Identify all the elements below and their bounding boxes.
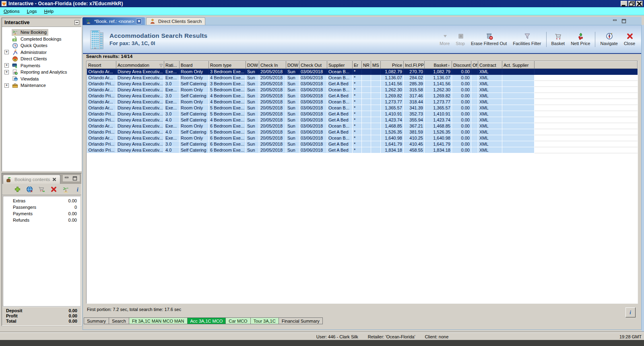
column-header[interactable]: Room type [209,62,246,69]
toolbar-button[interactable]: Basket [550,32,566,46]
toolbar-button[interactable]: Nett Price [570,32,591,46]
column-header[interactable]: Contract [478,62,502,69]
bottom-tab[interactable]: Summary [84,317,109,324]
building-icon [89,29,105,50]
booking-toolbar-button[interactable] [14,186,21,193]
toolbar-button-label: Stop [456,41,465,46]
tree-item[interactable]: + Administrator [2,49,81,56]
column-header[interactable]: Er [353,62,362,69]
expand-plus-icon[interactable]: + [4,70,9,74]
collapse-panel-button[interactable] [74,20,80,25]
tree-item[interactable]: + Maintenance [2,82,81,89]
tree-item[interactable]: + Quick Quotes [2,42,81,49]
bottom-tab[interactable]: Tour 3A,1C [250,317,279,324]
workspace-tab[interactable]: *Book. ref.: <none> [83,17,145,25]
window-button[interactable] [636,1,643,6]
table-row[interactable]: Orlando Pri... Disney Area Executiv... 4… [87,147,638,153]
tree-item[interactable]: + Direct Clients [2,56,81,62]
column-header[interactable]: MS [371,62,381,69]
menu-item[interactable]: Options [0,8,23,14]
table-row[interactable]: Orlando Ar... Disney Area Executiv... Ex… [87,99,638,105]
panel-control-button[interactable] [613,19,618,23]
tree-item[interactable]: + Reporting and Analytics [2,69,81,76]
booking-toolbar-button[interactable] [62,186,69,193]
table-row[interactable]: Orlando Pri... Disney Area Executiv... 3… [87,141,638,147]
expand-plus-icon[interactable]: + [4,63,9,68]
tree-item[interactable]: + $ Payments [2,62,81,69]
booking-toolbar-button[interactable] [26,186,33,193]
table-row[interactable]: Orlando Ar... Disney Area Executiv... Ex… [87,75,638,81]
palm-tree-icon [86,18,92,24]
booking-toolbar-button[interactable]: i [74,186,81,193]
bottom-tab[interactable]: Financial Summary [279,317,323,324]
toolbar-button[interactable]: Stop [454,32,466,46]
column-header[interactable]: NR [362,62,371,69]
column-header[interactable]: Act. Supplier [502,62,535,69]
booking-summary-row[interactable]: Extras 0.00 [3,198,80,204]
bottom-tab[interactable]: Car MCO [225,317,250,324]
booking-tab-close-button[interactable] [52,177,57,182]
workspace-tab[interactable]: Direct Clients Search [146,17,205,25]
booking-totals: Deposit 0.00 Profit 0.00 Total 0.00 [3,306,80,325]
column-header[interactable]: Rati... [164,62,180,69]
bottom-tab[interactable]: Flt 3A,1C MAN MCO MAN [129,317,188,324]
table-row[interactable]: Orlando Ar... Disney Area Executiv... Ex… [87,123,638,129]
booking-summary-row[interactable]: Passengers 0 [3,204,80,210]
panel-control-button[interactable] [64,176,70,181]
table-row[interactable]: Orlando Ar... Disney Area Executiv... Ex… [87,105,638,111]
table-row[interactable]: Orlando Ar... Disney Area Executiv... Ex… [87,87,638,93]
column-header[interactable]: Check Out [299,62,327,69]
column-header[interactable]: Check In [259,62,286,69]
tree-item[interactable]: + Completed Bookings [2,36,81,43]
booking-toolbar-button[interactable] [50,186,57,193]
menu-item[interactable]: Logs [23,8,41,14]
toolbar-button[interactable]: Erase Filtered Out [470,32,508,46]
column-header[interactable]: Of [471,62,478,69]
booking-toolbar-button[interactable] [38,186,45,193]
panel-control-button[interactable] [72,176,78,181]
column-header[interactable]: Incl.Fl.PP [404,62,425,69]
table-row[interactable]: Orlando Ar... Disney Area Executiv... Ex… [87,135,638,141]
window-button[interactable] [628,1,635,6]
booking-summary-row[interactable]: Payments 0.00 [3,210,80,217]
column-header[interactable]: Price [381,62,404,69]
tab-close-button[interactable] [136,19,142,24]
booking-summary-row[interactable]: Refunds 0.00 [3,217,80,223]
column-header[interactable]: Resort [87,62,116,69]
column-header[interactable]: DOW [286,62,299,69]
toolbar-button[interactable]: Close [623,32,636,46]
toolbar-button[interactable]: Navigate [599,32,619,46]
column-header[interactable]: Supplier [327,62,353,69]
table-row[interactable]: Orlando Pri... Disney Area Executiv... 3… [87,81,638,87]
bottom-tab[interactable]: Search [109,317,129,324]
booking-contents-tab[interactable]: Booking contents [3,175,60,184]
window-button[interactable] [621,1,627,6]
toolbar-button[interactable]: More [438,32,451,46]
table-row[interactable]: Orlando Pri... Disney Area Executiv... 3… [87,93,638,99]
column-header[interactable]: Discount [452,62,471,69]
expand-plus-icon[interactable]: + [4,50,9,54]
toolbar-button[interactable]: Facilities Filter [512,32,542,46]
column-header[interactable]: Accommodation [116,62,164,69]
table-row[interactable]: Orlando Pri... Disney Area Executiv... 3… [87,111,638,117]
filter-funnel-icon[interactable] [159,63,163,68]
toolbar-button[interactable] [546,32,547,47]
tree-item[interactable]: + Viewdata [2,76,81,82]
table-row[interactable]: Orlando Pri... Disney Area Executiv... 4… [87,117,638,123]
table-row[interactable]: Orlando Ar... Disney Area Executiv... Ex… [87,69,638,75]
column-header[interactable]: DOW [246,62,259,69]
expand-plus-icon[interactable]: + [4,83,9,88]
panel-control-button[interactable] [621,19,627,23]
toolbar-button[interactable] [595,32,595,47]
info-button[interactable]: i [625,307,636,317]
table-header-row: Resort Accommodation Rati... Board Room … [87,62,638,69]
column-header[interactable]: Basket [425,62,452,69]
menu-item[interactable]: Help [41,8,58,14]
tree-item[interactable]: + New Booking [2,29,81,36]
window-bottom-edge [0,340,644,346]
svg-text:i: i [630,310,631,315]
collapse-minus-icon [74,20,80,25]
bottom-tab[interactable]: Acc 3A,1C MCO [187,317,226,324]
column-header[interactable]: Board [180,62,209,69]
table-row[interactable]: Orlando Pri... Disney Area Executiv... 4… [87,129,638,135]
